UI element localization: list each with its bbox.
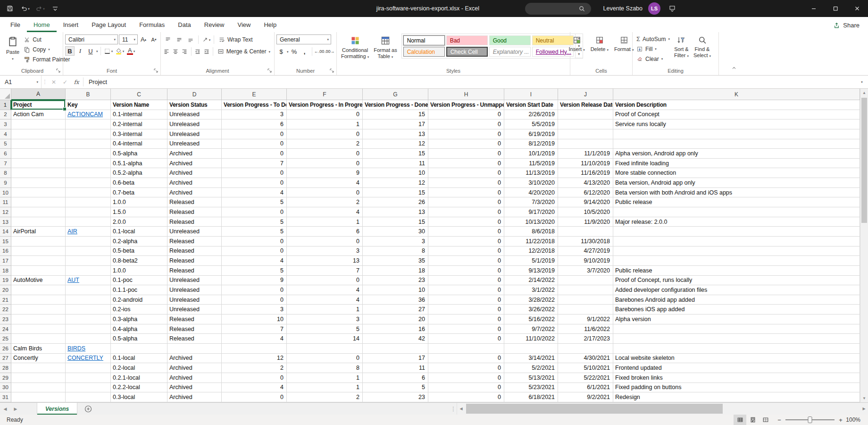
row-header-8[interactable]: 8 — [0, 168, 11, 178]
cell-I13[interactable]: 10/13/2020 — [504, 217, 558, 227]
cell-H12[interactable]: 0 — [428, 207, 504, 217]
alignment-dialog-launcher[interactable] — [267, 68, 273, 74]
cell-K19[interactable]: Proof of Concept, runs locally — [613, 276, 860, 286]
vertical-scroll-track[interactable] — [860, 97, 868, 394]
cell-J31[interactable]: 9/2/2021 — [558, 392, 613, 402]
cell-A22[interactable] — [11, 305, 66, 314]
cell-K25[interactable] — [613, 334, 860, 344]
cell-D23[interactable]: Released — [167, 314, 222, 324]
column-header-G[interactable]: G — [363, 89, 428, 100]
cell-J25[interactable]: 2/17/2023 — [558, 334, 613, 344]
cell-B10[interactable] — [66, 188, 111, 198]
cell-E7[interactable]: 7 — [222, 159, 287, 169]
cell-I24[interactable]: 9/7/2022 — [504, 324, 558, 334]
cell-E20[interactable]: 0 — [222, 285, 287, 295]
cell-E9[interactable]: 0 — [222, 178, 287, 188]
next-sheet-button[interactable]: ▶ — [10, 403, 21, 415]
scroll-down-button[interactable]: ▼ — [860, 394, 868, 402]
cell-F2[interactable]: 0 — [287, 110, 363, 120]
cell-H18[interactable]: 0 — [428, 266, 504, 276]
cell-G6[interactable]: 15 — [363, 149, 428, 159]
row-header-27[interactable]: 27 — [0, 354, 11, 364]
cell-K14[interactable] — [613, 227, 860, 237]
cell-F5[interactable]: 2 — [287, 139, 363, 149]
cell-G18[interactable]: 18 — [363, 266, 428, 276]
cell-E31[interactable]: 0 — [222, 392, 287, 402]
cell-K5[interactable] — [613, 139, 860, 149]
cell-K22[interactable]: Barebones iOS app added — [613, 305, 860, 314]
accounting-format-button[interactable]: $ — [276, 47, 286, 56]
cell-C13[interactable]: 2.0.0 — [111, 217, 167, 227]
cell-I25[interactable]: 11/10/2022 — [504, 334, 558, 344]
cell-F19[interactable]: 0 — [287, 276, 363, 286]
name-box[interactable]: A1▾ — [0, 76, 42, 88]
cell-F20[interactable]: 4 — [287, 285, 363, 295]
cell-I10[interactable]: 4/20/2020 — [504, 188, 558, 198]
zoom-slider-handle[interactable] — [808, 416, 812, 423]
cell-K16[interactable] — [613, 246, 860, 256]
cell-E17[interactable]: 4 — [222, 256, 287, 266]
scroll-left-button[interactable]: ◀ — [457, 403, 465, 415]
cell-E13[interactable]: 5 — [222, 217, 287, 227]
row-header-30[interactable]: 30 — [0, 383, 11, 393]
collapse-ribbon-button[interactable] — [731, 65, 737, 72]
cell-A27[interactable]: Concertly — [11, 354, 66, 364]
cell-F6[interactable]: 0 — [287, 149, 363, 159]
cell-C28[interactable]: 0.2-local — [111, 363, 167, 373]
cell-F18[interactable]: 7 — [287, 266, 363, 276]
ribbon-tab-page-layout[interactable]: Page Layout — [85, 17, 133, 32]
align-right-button[interactable] — [181, 47, 189, 56]
font-size-combo[interactable]: 11▾ — [119, 34, 138, 44]
cell-E5[interactable]: 0 — [222, 139, 287, 149]
cell-C17[interactable]: 0.8-beta2 — [111, 256, 167, 266]
cell-A21[interactable] — [11, 295, 66, 305]
cell-G30[interactable]: 5 — [363, 383, 428, 393]
row-header-7[interactable]: 7 — [0, 159, 11, 169]
cell-D29[interactable]: Archived — [167, 373, 222, 383]
ribbon-tab-review[interactable]: Review — [198, 17, 231, 32]
cell-A10[interactable] — [11, 188, 66, 198]
horizontal-scroll-track[interactable] — [465, 403, 860, 415]
account-name[interactable]: Levente Szabo — [603, 5, 643, 12]
cell-B1[interactable]: Key — [66, 100, 111, 110]
cell-F29[interactable]: 1 — [287, 373, 363, 383]
cell-H25[interactable]: 0 — [428, 334, 504, 344]
font-name-combo[interactable]: Calibri▾ — [65, 34, 118, 44]
cell-E24[interactable]: 7 — [222, 324, 287, 334]
cell-F13[interactable]: 1 — [287, 217, 363, 227]
cell-K27[interactable]: Local website skeleton — [613, 354, 860, 364]
cell-K15[interactable] — [613, 237, 860, 246]
cell-K3[interactable]: Service runs locally — [613, 119, 860, 129]
cell-A26[interactable]: Calm Birds — [11, 344, 66, 354]
cell-G26[interactable] — [363, 344, 428, 354]
cell-H6[interactable]: 0 — [428, 149, 504, 159]
cell-I8[interactable]: 11/13/2019 — [504, 168, 558, 178]
cell-E16[interactable]: 0 — [222, 246, 287, 256]
cell-B24[interactable] — [66, 324, 111, 334]
scroll-right-button[interactable]: ▶ — [860, 403, 868, 415]
row-header-19[interactable]: 19 — [0, 276, 11, 286]
ribbon-tab-data[interactable]: Data — [171, 17, 197, 32]
cell-B6[interactable] — [66, 149, 111, 159]
merge-center-button[interactable]: Merge & Center▾ — [216, 47, 272, 56]
align-bottom-button[interactable] — [185, 35, 196, 44]
cell-style-normal[interactable]: Normal — [403, 35, 445, 45]
underline-button[interactable]: U — [86, 46, 95, 56]
previous-sheet-button[interactable]: ◀ — [0, 403, 10, 415]
share-button[interactable]: Share — [833, 17, 860, 32]
cell-I28[interactable]: 5/2/2021 — [504, 363, 558, 373]
cell-G28[interactable]: 11 — [363, 363, 428, 373]
cell-B19[interactable]: AUT — [66, 276, 111, 286]
cell-F4[interactable]: 0 — [287, 129, 363, 139]
cell-B28[interactable] — [66, 363, 111, 373]
cell-C3[interactable]: 0.2-internal — [111, 119, 167, 129]
cell-D13[interactable]: Released — [167, 217, 222, 227]
cell-A29[interactable] — [11, 373, 66, 383]
cell-I9[interactable]: 3/10/2020 — [504, 178, 558, 188]
cell-E15[interactable]: 0 — [222, 237, 287, 246]
font-color-button[interactable]: A▾ — [126, 46, 136, 56]
cell-A23[interactable] — [11, 314, 66, 324]
cell-F3[interactable]: 1 — [287, 119, 363, 129]
undo-button[interactable]: ▾ — [18, 2, 32, 15]
cell-F23[interactable]: 3 — [287, 314, 363, 324]
